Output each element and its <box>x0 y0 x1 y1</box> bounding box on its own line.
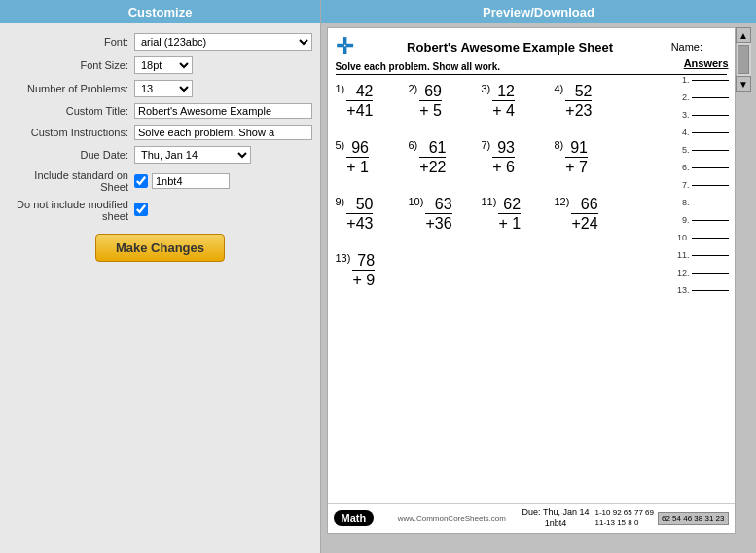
include-standard-label: Include standard on Sheet <box>8 169 134 193</box>
customize-header: Customize <box>0 0 321 23</box>
sheet-footer: Math www.CommonCoreSheets.com Due: Thu, … <box>328 503 735 533</box>
custom-title-label: Custom Title: <box>8 105 134 117</box>
do-not-include-checkbox[interactable] <box>134 203 148 216</box>
math-badge: Math <box>334 510 375 526</box>
footer-url: www.CommonCoreSheets.com <box>381 514 522 523</box>
make-changes-button[interactable]: Make Changes <box>95 234 225 262</box>
answer-line: 3. <box>676 110 729 120</box>
scroll-down-arrow[interactable]: ▼ <box>736 76 751 92</box>
answers-label: Answers <box>684 57 729 69</box>
font-label: Font: <box>8 36 134 48</box>
num-problems-label: Number of Problems: <box>8 83 134 94</box>
answer-line: 5. <box>676 145 729 155</box>
font-size-label: Font Size: <box>8 59 134 71</box>
math-problem: 6)61+22 <box>409 139 462 176</box>
answer-line: 12. <box>676 268 729 277</box>
math-problem: 11)62+ 1 <box>482 196 535 233</box>
problems-row-4: 13)78+ 9 <box>336 252 668 289</box>
answer-line: 4. <box>676 128 729 137</box>
sheet-title: Robert's Awesome Example Sheet <box>359 40 662 55</box>
math-problem: 2)69+ 5 <box>409 83 462 120</box>
plus-cross-icon: ✛ <box>336 34 353 59</box>
include-standard-checkbox[interactable] <box>134 174 148 188</box>
math-problem: 13)78+ 9 <box>336 252 389 289</box>
do-not-include-label: Do not include modified sheet <box>8 199 134 222</box>
math-problem: 4)52+23 <box>555 83 608 120</box>
custom-title-input[interactable] <box>134 103 312 119</box>
sheet-instructions: Solve each problem. Show all work. <box>336 61 727 75</box>
footer-due: Due: Thu, Jan 14 1nbt4 <box>522 507 590 530</box>
answer-line: 2. <box>676 92 729 102</box>
problems-row-3: 9)50+4310)63+3611)62+ 112)66+24 <box>336 196 668 233</box>
problems-row-2: 5)96+ 16)61+227)93+ 68)91+ 7 <box>336 139 668 176</box>
sheet: ✛ Robert's Awesome Example Sheet Name: S… <box>327 27 736 534</box>
answer-line: 13. <box>676 285 729 295</box>
answer-line: 6. <box>676 163 729 172</box>
math-problem: 7)93+ 6 <box>482 139 535 176</box>
scroll-track[interactable] <box>737 43 750 76</box>
answer-line: 9. <box>676 215 729 225</box>
footer-number-ranges: 1-10 92 65 77 69 11-13 15 8 0 <box>594 508 654 529</box>
standard-code-input[interactable] <box>152 173 230 189</box>
sheet-name-label: Name: <box>671 41 727 53</box>
font-select[interactable]: arial (123abc) <box>134 33 312 51</box>
math-problem: 8)91+ 7 <box>555 139 608 176</box>
customize-panel: Font: arial (123abc) Font Size: 18pt Num… <box>0 23 321 553</box>
math-problem: 1)42+41 <box>336 83 389 120</box>
preview-header: Preview/Download <box>321 0 756 23</box>
due-date-select[interactable]: Thu, Jan 14 <box>134 146 251 164</box>
answer-line: 8. <box>676 198 729 207</box>
font-size-select[interactable]: 18pt <box>134 56 193 74</box>
answer-line: 1. <box>676 75 729 85</box>
problems-area: 1)42+412)69+ 53)12+ 44)52+23 5)96+ 16)61… <box>336 83 727 289</box>
math-problem: 3)12+ 4 <box>482 83 535 120</box>
math-problem: 5)96+ 1 <box>336 139 389 176</box>
scroll-thumb[interactable] <box>738 45 749 74</box>
math-problem: 9)50+43 <box>336 196 389 233</box>
answers-lines: 1.2.3.4.5.6.7.8.9.10.11.12.13. <box>676 75 729 295</box>
num-problems-select[interactable]: 13 <box>134 80 193 97</box>
custom-instructions-label: Custom Instructions: <box>8 127 134 138</box>
preview-panel: ✛ Robert's Awesome Example Sheet Name: S… <box>321 23 756 553</box>
custom-instructions-input[interactable] <box>134 125 312 140</box>
footer-answers-box: 62 54 46 38 31 23 <box>658 512 729 525</box>
answer-line: 11. <box>676 250 729 260</box>
problems-row-1: 1)42+412)69+ 53)12+ 44)52+23 <box>336 83 668 120</box>
scroll-up-arrow[interactable]: ▲ <box>736 27 751 43</box>
math-problem: 12)66+24 <box>555 196 608 233</box>
answer-line: 7. <box>676 180 729 190</box>
due-date-label: Due Date: <box>8 149 134 161</box>
scrollbar: ▲ ▼ <box>736 27 751 92</box>
answer-line: 10. <box>676 233 729 242</box>
math-problem: 10)63+36 <box>409 196 462 233</box>
